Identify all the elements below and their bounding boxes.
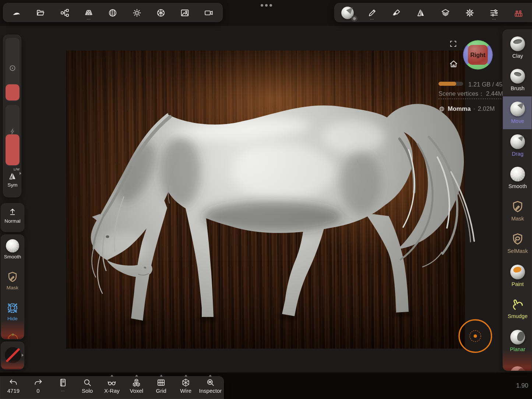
tool-paint-label: Paint	[511, 281, 524, 287]
quick-smooth-button[interactable]: Smooth	[1, 239, 24, 259]
layers-button[interactable]	[433, 3, 458, 22]
voxel-expand-caret-icon	[135, 375, 138, 377]
symmetry-button[interactable]	[409, 3, 433, 22]
scene-graph-icon	[61, 9, 68, 16]
tool-planar-label: Planar	[510, 346, 525, 352]
object-row[interactable]: Momma · 2.02M	[438, 105, 495, 112]
sym-sublabel: L/W	[3, 167, 22, 171]
voxel-cubes-icon	[133, 379, 140, 386]
grid-button[interactable]: Grid	[149, 378, 173, 399]
stroke-more-indicator: …	[360, 17, 384, 20]
inspector-button[interactable]: Inspector	[198, 378, 222, 399]
redo-arrow-icon	[35, 380, 41, 385]
falloff-normal-button[interactable]: Normal	[1, 207, 24, 224]
reset-view-button[interactable]	[448, 59, 459, 69]
folder-icon	[37, 10, 44, 15]
sym-label: Sym	[3, 182, 22, 188]
stroke-button[interactable]: …	[360, 3, 384, 22]
tool-brush-label: Brush	[511, 85, 525, 91]
left-quick-tools-panel: Smooth Mask Hide	[1, 234, 24, 339]
tool-smooth-label: Smooth	[508, 183, 527, 189]
memory-bar-fill	[438, 82, 456, 86]
topology-button[interactable]: …	[77, 3, 101, 22]
wireframe-hexagon-icon	[183, 379, 189, 386]
tool-paint[interactable]: Paint	[503, 259, 532, 292]
planar-sphere-icon	[510, 330, 525, 345]
notes-button[interactable]: …	[51, 378, 74, 399]
mirror-symmetry-icon	[418, 10, 424, 16]
app-menu-button[interactable]	[5, 3, 29, 22]
tool-smooth[interactable]: Smooth	[503, 162, 532, 194]
grid-label: Grid	[156, 388, 166, 394]
scene-vertices-row: Scene vertices： 2.44M	[438, 90, 503, 98]
undo-arrow-icon	[10, 380, 16, 385]
nomad-logo-icon	[13, 13, 20, 15]
wire-label: Wire	[180, 388, 191, 394]
tool-clay[interactable]: Clay	[503, 31, 532, 64]
paint-sphere-icon	[510, 265, 525, 279]
xray-expand-caret-icon	[110, 375, 113, 377]
scene-vertices-label: Scene vertices：	[438, 90, 485, 97]
radius-slider-handle[interactable]	[6, 84, 20, 100]
toolbox-button[interactable]	[507, 3, 531, 22]
magnifier-icon	[84, 380, 90, 386]
layers-icon	[442, 10, 449, 16]
quick-smooth-label: Smooth	[4, 254, 21, 259]
clay-sphere-icon	[510, 36, 525, 51]
postprocess-button[interactable]	[149, 3, 173, 22]
tool-smudge-label: Smudge	[508, 313, 528, 319]
tool-mask[interactable]: Mask	[503, 194, 532, 227]
notebook-icon	[60, 379, 65, 386]
sym-button[interactable]: L/W Sym	[3, 167, 22, 188]
notes-more-indicator: …	[61, 388, 65, 392]
solo-button[interactable]: Solo	[75, 378, 99, 399]
quick-hide-button[interactable]: Hide	[1, 302, 24, 321]
scene-graph-button[interactable]	[53, 3, 77, 22]
tool-selmask-label: SelMask	[507, 248, 528, 254]
tool-drag-label: Drag	[512, 151, 523, 157]
voxel-button[interactable]: Voxel	[125, 378, 148, 399]
active-tool-preview-button[interactable]	[335, 3, 360, 22]
undo-button[interactable]: 4719	[1, 378, 25, 399]
settings-button[interactable]	[458, 3, 482, 22]
tool-settings-badge[interactable]	[351, 15, 357, 22]
top-left-toolbar: …	[3, 3, 223, 22]
orientation-gizmo[interactable]: Right	[462, 39, 493, 70]
paint-material-button[interactable]	[384, 3, 409, 22]
hide-dissolve-icon	[8, 304, 17, 312]
tool-drag[interactable]: Drag	[503, 129, 532, 162]
tool-planar[interactable]: Planar	[503, 325, 532, 357]
canvas-background-wood[interactable]	[66, 50, 465, 349]
background-button[interactable]	[173, 3, 197, 22]
gizmo-partial-icon[interactable]	[7, 331, 19, 339]
intensity-slider-fill[interactable]	[6, 134, 20, 165]
tool-flatten-partial[interactable]	[503, 357, 532, 371]
material-button[interactable]	[101, 3, 125, 22]
gizmo-disabled-button[interactable]	[5, 347, 21, 363]
camera-button[interactable]	[197, 3, 221, 22]
lighting-button[interactable]	[125, 3, 149, 22]
arrow-up-icon	[11, 209, 15, 215]
tool-brush[interactable]: Brush	[503, 64, 532, 97]
redo-button[interactable]: 0	[26, 378, 50, 399]
pencil-icon	[369, 10, 375, 16]
mask-shield-icon	[9, 272, 16, 282]
multitask-indicator-icon[interactable]	[258, 3, 275, 7]
tool-smudge[interactable]: Smudge	[503, 292, 532, 325]
tool-selmask[interactable]: SelMask	[503, 227, 532, 260]
fullscreen-button[interactable]	[449, 40, 457, 48]
fullscreen-icon	[451, 41, 456, 47]
topology-more-indicator: …	[77, 17, 101, 20]
display-settings-button[interactable]: …	[482, 3, 506, 22]
wire-button[interactable]: Wire	[174, 378, 198, 399]
tool-move[interactable]: Move	[503, 96, 532, 129]
inspector-label: Inspector	[199, 388, 222, 394]
quick-mask-button[interactable]: Mask	[1, 271, 24, 290]
xray-button[interactable]: X-Ray	[100, 378, 124, 399]
inspector-eye-magnifier-icon	[208, 379, 214, 385]
quick-mask-label: Mask	[7, 285, 18, 290]
top-right-toolbar: … …	[334, 3, 532, 22]
files-button[interactable]	[29, 3, 53, 22]
gizmo-expand-caret-icon[interactable]	[22, 354, 24, 357]
sym-expand-caret-icon[interactable]	[20, 172, 21, 175]
